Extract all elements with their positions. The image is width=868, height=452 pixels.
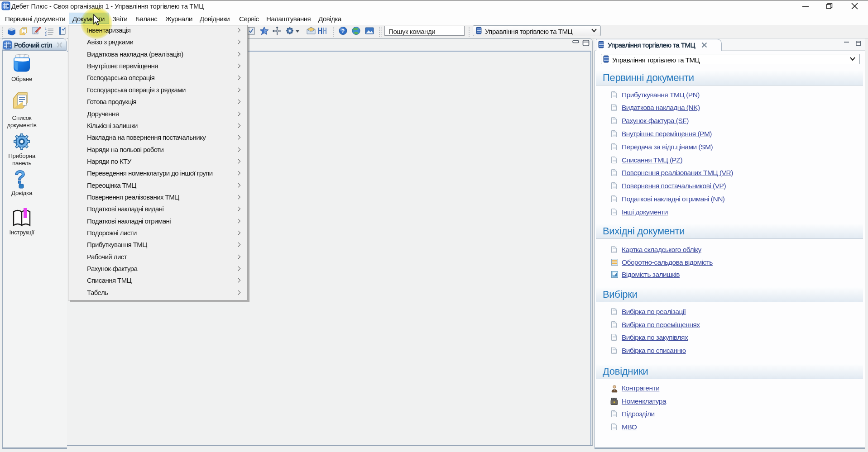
svg-text:3: 3: [45, 33, 47, 36]
svg-text:1: 1: [45, 27, 47, 30]
svg-text:?: ?: [341, 28, 345, 34]
